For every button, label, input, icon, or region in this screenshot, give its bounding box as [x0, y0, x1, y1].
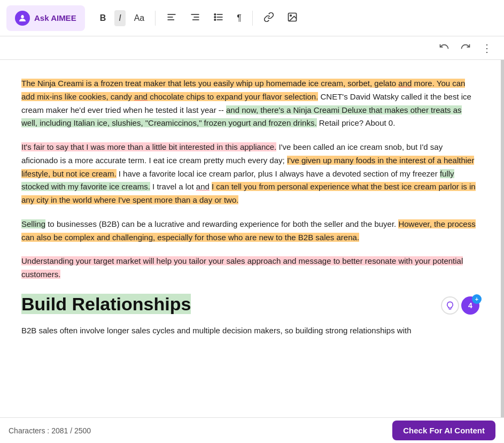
paragraph-3: Selling to businesses (B2B) can be a luc…	[21, 218, 479, 245]
bottom-bar: Characters : 2081 / 2500 Check For AI Co…	[0, 417, 504, 443]
p3-span-1: Selling	[21, 219, 45, 228]
editor-content[interactable]: The Ninja Creami is a frozen treat maker…	[0, 60, 504, 417]
font-size-button[interactable]: Aa	[130, 10, 149, 26]
heading-icons: 4 +	[441, 296, 479, 315]
italic-button[interactable]: I	[114, 10, 125, 26]
link-button[interactable]	[259, 9, 278, 28]
notification-badge: +	[472, 294, 482, 304]
paragraph-1: The Ninja Creami is a frozen treat maker…	[21, 77, 479, 130]
heading-build-relationships: Build Relationships	[21, 294, 191, 314]
paragraph-button[interactable]: ¶	[232, 10, 246, 26]
more-icon: ⋮	[482, 42, 492, 55]
secondary-toolbar: ⋮	[0, 36, 504, 60]
p2-span-1: It's fair to say that I was more than a …	[21, 142, 276, 151]
badge-number: 4	[468, 301, 472, 310]
divider-1	[155, 11, 156, 26]
align-left-button[interactable]	[162, 9, 181, 28]
bold-icon: B	[100, 13, 106, 23]
heading-left: Build Relationships	[21, 292, 441, 316]
svg-point-12	[214, 13, 216, 15]
list-button[interactable]	[209, 9, 228, 28]
italic-icon: I	[119, 13, 121, 23]
character-count: Characters : 2081 / 2500	[9, 426, 91, 435]
redo-icon	[460, 41, 471, 55]
link-icon	[263, 12, 274, 25]
undo-icon	[439, 41, 449, 55]
font-size-icon: Aa	[134, 13, 145, 23]
redo-button[interactable]	[457, 38, 474, 58]
aimee-icon	[15, 11, 30, 26]
svg-point-13	[214, 16, 216, 18]
svg-point-2	[24, 15, 25, 16]
paragraph-4: Understanding your target market will he…	[21, 255, 479, 281]
paragraph-2: It's fair to say that I was more than a …	[21, 141, 479, 207]
paragraph-icon: ¶	[237, 13, 242, 23]
p4-span-1: Understanding your target market will he…	[21, 256, 463, 279]
image-icon	[287, 12, 298, 25]
p3-span-2: However, the process can also be complex…	[21, 219, 476, 242]
p2-underline-and: and	[196, 182, 210, 191]
p2-span-2: I've given up many foods in the interest…	[21, 156, 474, 178]
svg-point-1	[20, 15, 21, 16]
badge-icon-button[interactable]: 4 +	[461, 296, 479, 315]
undo-button[interactable]	[436, 38, 453, 58]
list-icon	[213, 12, 224, 25]
p1-span-1: The Ninja Creami is a frozen treat maker…	[21, 79, 465, 101]
ask-aimee-label: Ask AIMEE	[34, 13, 76, 22]
divider-2	[252, 11, 253, 26]
ask-aimee-button[interactable]: Ask AIMEE	[6, 5, 85, 31]
align-right-button[interactable]	[185, 9, 205, 28]
bold-button[interactable]: B	[96, 10, 111, 26]
heading-container: Build Relationships 4 +	[21, 292, 479, 316]
lightbulb-icon-button[interactable]	[441, 296, 459, 315]
paragraph-5: B2B sales often involve longer sales cyc…	[21, 324, 479, 338]
p1-span-2: and now, there's a Ninja Creami Deluxe t…	[21, 105, 462, 128]
svg-point-16	[290, 14, 292, 16]
more-options-button[interactable]: ⋮	[478, 39, 495, 58]
check-ai-content-button[interactable]: Check For AI Content	[392, 421, 495, 440]
align-left-icon	[166, 12, 177, 25]
align-right-icon	[190, 12, 200, 25]
main-toolbar: Ask AIMEE B I Aa ¶	[0, 0, 504, 36]
svg-point-14	[214, 19, 216, 20]
image-button[interactable]	[283, 9, 302, 28]
